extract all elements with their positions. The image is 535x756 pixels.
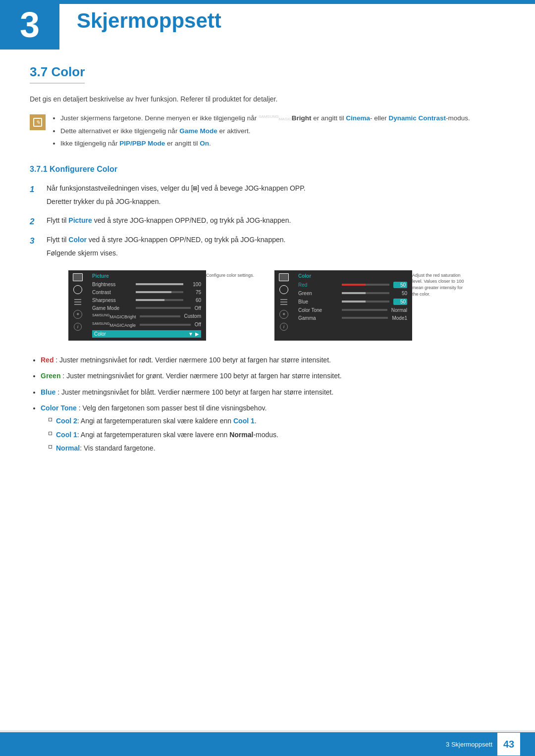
- monitor-panel-2: ✦ i Color Red 50 Green: [274, 270, 467, 341]
- monitor-main-1: Picture Brightness 100 Contrast 75: [87, 270, 206, 341]
- monitor-row-gamemode: Game Mode Off: [92, 305, 201, 311]
- page-footer: 3 Skjermoppsett 43: [0, 732, 535, 756]
- monitor-row-sharpness: Sharpness 60: [92, 298, 201, 303]
- chapter-number-box: 3: [0, 0, 59, 50]
- note-box: ✎ Juster skjermens fargetone. Denne meny…: [30, 113, 505, 151]
- page-title: Skjermoppsett: [77, 9, 221, 33]
- header-stripe: [59, 0, 535, 4]
- monitor-row-blue: Blue 50: [298, 299, 407, 305]
- monitor2-icon-3: [279, 298, 288, 306]
- step-2: 2 Flytt til Picture ved å styre JOG-knap…: [30, 215, 505, 228]
- note-bullet-2: Dette alternativet er ikke tilgjengelig …: [60, 126, 505, 136]
- monitor-row-colortone: Color Tone Normal: [298, 307, 407, 313]
- monitor-info-icon: i: [74, 323, 82, 331]
- monitor-icon-2: [73, 285, 82, 294]
- monitor-icon-1: [73, 273, 83, 281]
- monitor-note-2: Adjust the red saturation level. Values …: [412, 270, 467, 341]
- footer-page-number: 43: [497, 733, 520, 756]
- bullet-green: Green : Juster metningsnivået for grønt.…: [41, 370, 505, 381]
- monitor-note-1: Configure color settings.: [206, 270, 261, 341]
- monitor-footer-1: Color ▼ ▶: [92, 330, 201, 338]
- monitor-row-gamma: Gamma Mode1: [298, 315, 407, 321]
- sub-section-heading: 3.7.1 Konfigurere Color: [30, 165, 505, 174]
- monitor-tab-1: Picture: [92, 273, 201, 279]
- monitor2-icon-1: [279, 273, 289, 281]
- sub-bullet-normal: Normal: Vis standard fargetone.: [49, 443, 505, 454]
- note-icon-symbol: ✎: [36, 119, 40, 126]
- bullet-color-tone: Color Tone : Velg den fargetonen som pas…: [41, 403, 505, 454]
- bullet-red: Red : Juster metningsnivået for rødt. Ve…: [41, 354, 505, 365]
- note-bullet-1: Juster skjermens fargetone. Denne menyen…: [60, 113, 505, 123]
- monitor-row-brightness: Brightness 100: [92, 282, 201, 287]
- step-1: 1 Når funksjonstastveiledningen vises, v…: [30, 183, 505, 209]
- note-bullets: Juster skjermens fargetone. Denne menyen…: [52, 113, 505, 151]
- main-content: 3.7 Color Det gis en detaljert beskrivel…: [0, 64, 535, 499]
- monitor-row-magicbright: SAMSUNGMAGICBright Custom: [92, 313, 201, 319]
- monitor-gear-icon: ✦: [73, 310, 82, 319]
- section-description: Det gis en detaljert beskrivelse av hver…: [30, 94, 505, 104]
- monitor-row-green: Green 50: [298, 291, 407, 296]
- footer-text: 3 Skjermoppsett: [446, 741, 492, 748]
- monitor2-info-icon: i: [280, 323, 288, 331]
- monitor2-icon-2: [279, 285, 288, 294]
- monitor-sidebar-2: ✦ i: [274, 270, 293, 341]
- step-3: 3 Flytt til Color ved å styre JOG-knappe…: [30, 234, 505, 260]
- monitor-panel-1: ✦ i Picture Brightness 100 Contrast: [68, 270, 261, 341]
- monitor-row-magicangle: SAMSUNGMAGICAngle Off: [92, 322, 201, 328]
- monitor-mockup-container: ✦ i Picture Brightness 100 Contrast: [68, 270, 467, 341]
- monitor-tab-2: Color: [298, 273, 407, 279]
- chapter-number: 3: [20, 7, 40, 43]
- steps-list: 1 Når funksjonstastveiledningen vises, v…: [30, 183, 505, 260]
- section-heading: 3.7 Color: [30, 64, 85, 84]
- note-icon: ✎: [30, 114, 46, 130]
- monitor-icon-3: [73, 298, 82, 306]
- note-bullet-3: Ikke tilgjengelig når PIP/PBP Mode er an…: [60, 139, 505, 149]
- sub-bullet-cool1: Cool 1: Angi at fargetemperaturen skal v…: [49, 429, 505, 440]
- monitor-row-contrast: Contrast 75: [92, 290, 201, 295]
- monitor-sidebar-1: ✦ i: [68, 270, 87, 341]
- monitor-mockups: ✦ i Picture Brightness 100 Contrast: [30, 270, 505, 341]
- bullet-blue: Blue : Juster metningsnivået for blått. …: [41, 387, 505, 398]
- monitor-main-2: Color Red 50 Green 50: [293, 270, 412, 341]
- sub-bullet-cool2: Cool 2: Angi at fargetemperaturen skal v…: [49, 415, 505, 426]
- sub-bullets-color-tone: Cool 2: Angi at fargetemperaturen skal v…: [41, 415, 505, 454]
- note-icon-inner: ✎: [33, 118, 42, 127]
- bottom-bullets: Red : Juster metningsnivået for rødt. Ve…: [30, 354, 505, 454]
- monitor-row-red: Red 50: [298, 282, 407, 288]
- monitor2-gear-icon: ✦: [279, 310, 288, 319]
